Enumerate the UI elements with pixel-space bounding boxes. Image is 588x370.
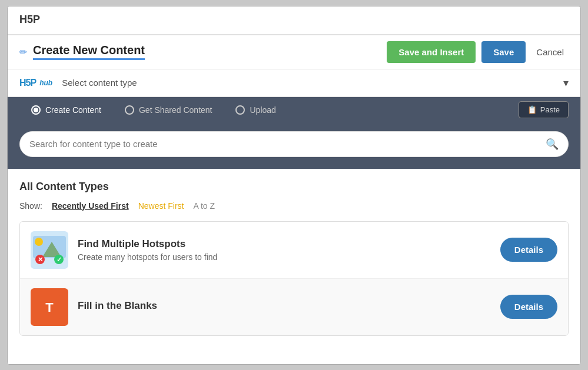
sort-a-to-z[interactable]: A to Z <box>193 201 215 211</box>
tab-get-shared-label: Get Shared Content <box>139 105 212 115</box>
main-content: All Content Types Show: Recently Used Fi… <box>8 169 580 364</box>
search-container: 🔍 <box>8 123 580 169</box>
fill-blanks-icon: T <box>31 288 68 326</box>
svg-text:✓: ✓ <box>57 256 62 263</box>
hotspot-details-button[interactable]: Details <box>500 238 557 262</box>
search-input[interactable] <box>29 139 546 149</box>
h5p-logo-text: H5P <box>19 78 36 88</box>
tab-upload-label: Upload <box>250 105 275 115</box>
radio-get-shared <box>125 105 134 115</box>
show-label: Show: <box>19 201 42 211</box>
svg-text:T: T <box>45 300 54 315</box>
hotspot-card-desc: Create many hotspots for users to find <box>78 252 491 262</box>
tab-create-content-label: Create Content <box>45 105 101 115</box>
hotspot-svg-icon: ✕ ✓ <box>31 231 68 269</box>
cancel-button[interactable]: Cancel <box>531 41 569 63</box>
hub-logo: H5P hub Select content type <box>19 78 137 88</box>
paste-button[interactable]: 📋 Paste <box>519 101 569 118</box>
tab-create-content[interactable]: Create Content <box>19 97 113 123</box>
toolbar-title: Create New Content <box>33 44 145 60</box>
hub-selector[interactable]: H5P hub Select content type ▾ <box>8 69 580 97</box>
hub-select-text: Select content type <box>62 78 137 88</box>
content-type-list: ✕ ✓ Find Multiple Hotspots Create many h… <box>19 221 569 336</box>
hotspot-card-title: Find Multiple Hotspots <box>78 238 491 250</box>
window-header: H5P <box>8 6 580 35</box>
paste-icon: 📋 <box>527 105 537 114</box>
paste-label: Paste <box>540 105 560 114</box>
main-window: H5P ✏ Create New Content Save and Insert… <box>7 6 581 365</box>
fill-blanks-card-title: Fill in the Blanks <box>78 300 491 312</box>
save-button[interactable]: Save <box>481 41 526 63</box>
toolbar-right: Save and Insert Save Cancel <box>387 41 569 63</box>
pencil-icon: ✏ <box>19 46 27 58</box>
hotspot-icon-container: ✕ ✓ <box>31 231 68 269</box>
sort-newest-first[interactable]: Newest First <box>138 201 184 211</box>
fill-blanks-details-button[interactable]: Details <box>500 295 557 319</box>
fill-blanks-card-info: Fill in the Blanks <box>78 300 491 314</box>
show-bar: Show: Recently Used First Newest First A… <box>19 201 569 211</box>
tab-bar: Create Content Get Shared Content Upload… <box>8 97 580 123</box>
window-title: H5P <box>19 14 569 34</box>
radio-dot-create <box>34 108 38 112</box>
hotspot-card-info: Find Multiple Hotspots Create many hotsp… <box>78 238 491 262</box>
fill-blanks-svg: T <box>38 295 61 319</box>
sort-recently-used[interactable]: Recently Used First <box>52 201 129 211</box>
content-types-title: All Content Types <box>19 181 569 193</box>
chevron-down-icon: ▾ <box>563 76 569 89</box>
search-icon: 🔍 <box>546 138 559 151</box>
svg-text:✕: ✕ <box>38 256 43 263</box>
toolbar: ✏ Create New Content Save and Insert Sav… <box>8 35 580 69</box>
hub-logo-sub: hub <box>39 79 52 87</box>
list-item: T Fill in the Blanks Details <box>20 279 568 335</box>
tab-get-shared[interactable]: Get Shared Content <box>113 97 224 123</box>
tab-upload[interactable]: Upload <box>224 97 287 123</box>
svg-point-2 <box>35 238 43 246</box>
radio-upload <box>235 105 245 115</box>
list-item: ✕ ✓ Find Multiple Hotspots Create many h… <box>20 222 568 279</box>
toolbar-left: ✏ Create New Content <box>19 44 145 60</box>
save-and-insert-button[interactable]: Save and Insert <box>387 41 476 63</box>
search-bar: 🔍 <box>19 131 569 157</box>
radio-create-content <box>31 105 41 115</box>
